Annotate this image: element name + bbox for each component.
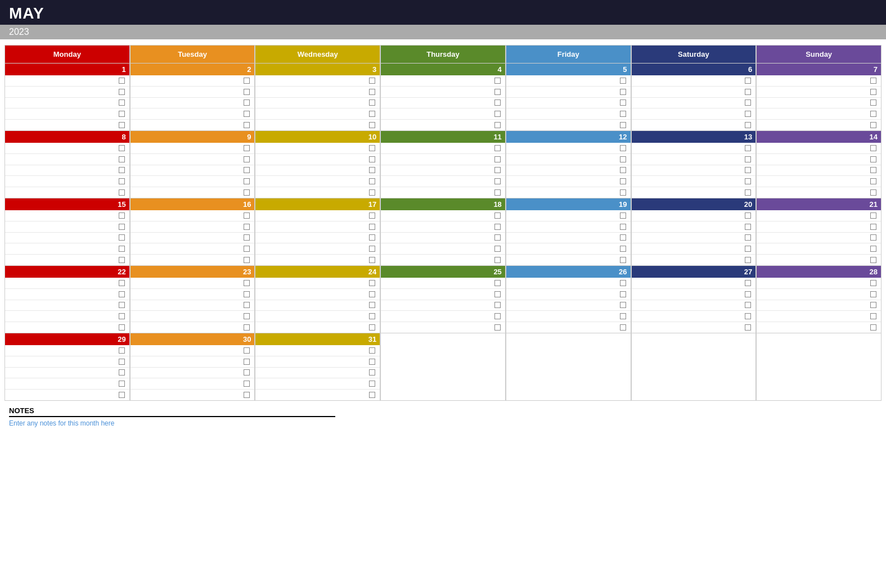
task-checkbox[interactable] [119, 246, 125, 252]
task-row[interactable] [757, 311, 881, 322]
task-row[interactable] [255, 233, 380, 244]
task-checkbox[interactable] [870, 257, 876, 263]
task-row[interactable] [506, 176, 631, 187]
task-checkbox[interactable] [870, 89, 876, 95]
task-row[interactable] [5, 165, 129, 177]
task-checkbox[interactable] [369, 178, 375, 184]
task-checkbox[interactable] [870, 99, 876, 106]
task-row[interactable] [757, 255, 881, 265]
task-row[interactable] [5, 356, 129, 368]
task-row[interactable] [381, 311, 505, 322]
task-row[interactable] [255, 378, 380, 390]
task-row[interactable] [5, 108, 129, 120]
task-row[interactable] [131, 154, 255, 165]
task-row[interactable] [131, 390, 255, 400]
task-row[interactable] [757, 300, 881, 311]
task-checkbox[interactable] [119, 178, 125, 184]
task-checkbox[interactable] [244, 246, 250, 252]
task-row[interactable] [506, 75, 631, 87]
task-checkbox[interactable] [244, 111, 250, 117]
task-checkbox[interactable] [244, 178, 250, 184]
task-row[interactable] [381, 154, 505, 165]
task-row[interactable] [506, 154, 631, 165]
task-row[interactable] [5, 154, 129, 165]
task-row[interactable] [632, 300, 756, 311]
task-row[interactable] [131, 210, 255, 221]
task-checkbox[interactable] [369, 302, 375, 308]
task-checkbox[interactable] [244, 189, 250, 196]
task-checkbox[interactable] [369, 324, 375, 331]
task-checkbox[interactable] [870, 122, 876, 128]
task-row[interactable] [5, 98, 129, 109]
task-row[interactable] [757, 120, 881, 130]
task-row[interactable] [255, 289, 380, 300]
task-row[interactable] [131, 345, 255, 356]
task-checkbox[interactable] [369, 189, 375, 196]
task-checkbox[interactable] [620, 291, 626, 297]
task-row[interactable] [131, 221, 255, 233]
task-checkbox[interactable] [745, 246, 751, 252]
task-row[interactable] [5, 87, 129, 98]
task-checkbox[interactable] [119, 212, 125, 219]
task-checkbox[interactable] [870, 224, 876, 230]
task-row[interactable] [506, 98, 631, 109]
task-row[interactable] [757, 108, 881, 120]
task-row[interactable] [632, 120, 756, 130]
task-checkbox[interactable] [119, 224, 125, 230]
task-row[interactable] [5, 143, 129, 154]
task-row[interactable] [506, 108, 631, 120]
task-checkbox[interactable] [369, 291, 375, 297]
task-checkbox[interactable] [244, 291, 250, 297]
task-checkbox[interactable] [494, 122, 501, 128]
task-checkbox[interactable] [745, 145, 751, 151]
task-row[interactable] [757, 289, 881, 300]
task-row[interactable] [131, 98, 255, 109]
task-checkbox[interactable] [620, 212, 626, 219]
task-checkbox[interactable] [870, 246, 876, 252]
task-checkbox[interactable] [369, 111, 375, 117]
task-row[interactable] [255, 300, 380, 311]
task-checkbox[interactable] [620, 178, 626, 184]
task-row[interactable] [506, 322, 631, 333]
task-row[interactable] [632, 221, 756, 233]
task-checkbox[interactable] [369, 369, 375, 376]
task-checkbox[interactable] [870, 111, 876, 117]
task-row[interactable] [506, 233, 631, 244]
task-row[interactable] [381, 176, 505, 187]
task-row[interactable] [632, 243, 756, 255]
task-row[interactable] [5, 120, 129, 130]
task-checkbox[interactable] [870, 178, 876, 184]
task-checkbox[interactable] [119, 89, 125, 95]
task-checkbox[interactable] [119, 302, 125, 308]
task-checkbox[interactable] [369, 78, 375, 84]
task-row[interactable] [506, 120, 631, 130]
task-row[interactable] [506, 187, 631, 198]
task-row[interactable] [506, 243, 631, 255]
task-row[interactable] [255, 368, 380, 379]
task-row[interactable] [255, 87, 380, 98]
task-checkbox[interactable] [119, 369, 125, 376]
task-checkbox[interactable] [244, 302, 250, 308]
task-checkbox[interactable] [369, 234, 375, 241]
task-checkbox[interactable] [745, 189, 751, 196]
task-row[interactable] [381, 210, 505, 221]
task-row[interactable] [5, 278, 129, 289]
task-row[interactable] [5, 368, 129, 379]
task-row[interactable] [5, 187, 129, 198]
task-row[interactable] [5, 243, 129, 255]
task-checkbox[interactable] [119, 234, 125, 241]
task-checkbox[interactable] [745, 291, 751, 297]
task-row[interactable] [632, 108, 756, 120]
task-row[interactable] [506, 311, 631, 322]
task-checkbox[interactable] [119, 291, 125, 297]
task-row[interactable] [757, 165, 881, 177]
task-checkbox[interactable] [745, 178, 751, 184]
task-checkbox[interactable] [870, 313, 876, 319]
task-row[interactable] [255, 143, 380, 154]
task-row[interactable] [131, 233, 255, 244]
task-checkbox[interactable] [870, 189, 876, 196]
task-checkbox[interactable] [494, 212, 501, 219]
task-row[interactable] [632, 98, 756, 109]
task-checkbox[interactable] [620, 257, 626, 263]
task-checkbox[interactable] [119, 280, 125, 286]
